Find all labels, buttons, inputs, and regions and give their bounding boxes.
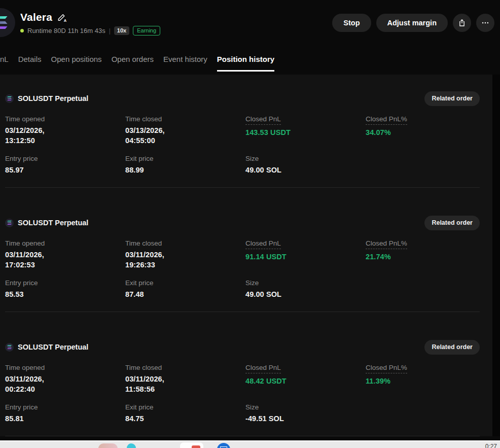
exit-price-value: 84.75 (125, 413, 245, 424)
closed-pnl-label[interactable]: Closed PnL (245, 364, 366, 373)
tab-event-history[interactable]: Event history (163, 51, 207, 75)
closed-pnl-pct-label[interactable]: Closed PnL% (366, 364, 480, 373)
adjust-margin-button[interactable]: Adjust margin (376, 14, 448, 32)
closed-pnl-label[interactable]: Closed PnL (245, 239, 366, 249)
tab-details[interactable]: Details (18, 51, 42, 75)
solana-logo-avatar (0, 8, 15, 37)
position-card: SOLUSDT Perpetual Related order Time ope… (0, 188, 492, 312)
entry-price-label: Entry price (5, 155, 125, 162)
more-button[interactable] (476, 14, 494, 32)
tab-position-history[interactable]: Position history (217, 51, 274, 75)
svg-text:A: A (64, 18, 67, 22)
tab-pnl[interactable]: nL (0, 51, 9, 75)
ellipsis-icon (481, 18, 490, 27)
runtime-row: Runtime 80D 11h 16m 43s | 10x Earning (20, 26, 160, 36)
rename-pencil-icon[interactable]: A (57, 12, 67, 22)
symbol-label: SOLUSDT Perpetual (18, 343, 88, 351)
runtime-separator: | (109, 27, 111, 35)
closed-pnl-label[interactable]: Closed PnL (245, 115, 366, 125)
size-value: 49.00 SOL (245, 165, 366, 175)
time-opened-value: 03/11/2026,00:22:40 (5, 374, 125, 394)
closed-pnl-pct-value: 34.07% (366, 127, 480, 137)
closed-pnl-value: 91.14 USDT (245, 252, 366, 262)
related-order-button[interactable]: Related order (424, 216, 480, 230)
scrollbar-gutter (492, 75, 500, 436)
entry-price-value: 85.97 (5, 165, 125, 175)
symbol-label: SOLUSDT Perpetual (18, 219, 88, 227)
closed-pnl-pct-value: 21.74% (366, 252, 480, 262)
tab-bar: nL Details Open positions Open orders Ev… (0, 51, 500, 75)
running-status-dot (20, 29, 24, 32)
time-closed-label: Time closed (125, 239, 245, 247)
dock-app-icon[interactable] (127, 443, 136, 448)
entry-price-value: 85.53 (5, 289, 125, 299)
position-card: SOLUSDT Perpetual Related order Time ope… (0, 312, 492, 436)
share-icon (457, 18, 467, 27)
runtime-text: Runtime 80D 11h 16m 43s (27, 27, 105, 35)
time-closed-value: 03/11/2026,19:26:33 (125, 250, 245, 270)
size-value: -49.51 SOL (245, 413, 366, 424)
entry-price-label: Entry price (5, 279, 125, 287)
dock-app-icon[interactable] (180, 442, 203, 448)
time-opened-value: 03/11/2026,17:02:53 (5, 250, 125, 270)
closed-pnl-value: 48.42 USDT (245, 376, 366, 386)
position-card: SOLUSDT Perpetual Related order Time ope… (0, 75, 492, 188)
tab-open-positions[interactable]: Open positions (51, 51, 102, 75)
title-row: Valera A (20, 11, 67, 23)
closed-pnl-pct-label[interactable]: Closed PnL% (366, 115, 480, 125)
closed-pnl-pct-value: 11.39% (366, 376, 480, 386)
header: Valera A Runtime 80D 11h 16m 43s | 10x E… (0, 0, 500, 51)
exit-price-label: Exit price (125, 403, 245, 411)
closed-pnl-pct-label[interactable]: Closed PnL% (366, 239, 480, 249)
share-button[interactable] (453, 14, 471, 32)
size-value: 49.00 SOL (245, 289, 366, 299)
card-divider (5, 436, 480, 436)
position-history-panel: SOLUSDT Perpetual Related order Time ope… (0, 75, 492, 436)
related-order-button[interactable]: Related order (424, 91, 480, 106)
size-label: Size (245, 155, 366, 162)
taskbar: 0:27 (0, 440, 500, 448)
size-label: Size (245, 403, 366, 411)
time-opened-label: Time opened (5, 239, 125, 247)
exit-price-value: 88.99 (125, 165, 245, 175)
header-actions: Stop Adjust margin (332, 14, 494, 32)
exit-price-label: Exit price (125, 155, 245, 162)
time-opened-label: Time opened (5, 364, 125, 371)
solana-icon (5, 219, 14, 227)
exit-price-value: 87.48 (125, 289, 245, 299)
leverage-badge: 10x (114, 26, 129, 35)
symbol-label: SOLUSDT Perpetual (18, 94, 88, 102)
tab-open-orders[interactable]: Open orders (112, 51, 154, 75)
time-opened-label: Time opened (5, 115, 125, 123)
solana-icon (5, 94, 14, 103)
time-closed-label: Time closed (125, 115, 245, 123)
time-opened-value: 03/12/2026,13:12:50 (5, 125, 125, 146)
exit-price-label: Exit price (125, 279, 245, 287)
related-order-button[interactable]: Related order (424, 340, 480, 355)
entry-price-label: Entry price (5, 403, 125, 411)
closed-pnl-value: 143.53 USDT (245, 127, 366, 137)
entry-price-value: 85.81 (5, 413, 125, 424)
size-label: Size (245, 279, 366, 287)
stop-button[interactable]: Stop (332, 14, 371, 32)
dock-app-icon[interactable] (98, 443, 118, 448)
solana-icon (5, 343, 14, 352)
taskbar-clock: 0:27 (485, 443, 497, 448)
time-closed-value: 03/11/2026,11:58:56 (125, 374, 245, 394)
dock-app-icon[interactable] (217, 443, 230, 448)
bot-name: Valera (20, 11, 52, 23)
time-closed-label: Time closed (125, 364, 245, 371)
earning-status-badge: Earning (133, 26, 160, 36)
time-closed-value: 03/13/2026,04:55:00 (125, 125, 245, 146)
